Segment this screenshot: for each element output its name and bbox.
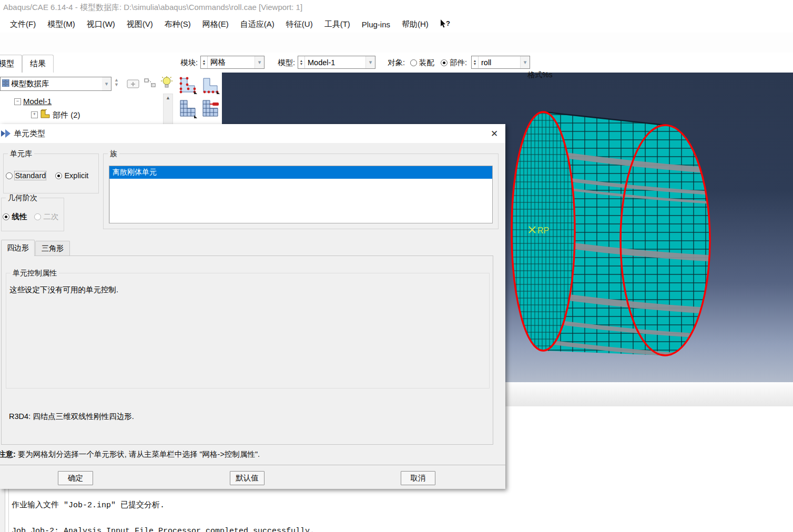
ok-button[interactable]: 确定 <box>58 471 93 485</box>
chevron-down-icon: ▾ <box>365 56 375 68</box>
module-label: 模块: <box>180 58 198 68</box>
assembly-radio[interactable]: 装配 <box>410 58 434 68</box>
part-dropdown[interactable]: ▲▼ roll ▾ <box>471 56 530 69</box>
tab-results[interactable]: 结果 <box>22 55 54 73</box>
object-label: 对象: <box>388 58 405 68</box>
spinner-icon[interactable]: ▲▼ <box>472 56 479 68</box>
tab-quad[interactable]: 四边形 <box>1 240 35 256</box>
part-label: 部件: <box>450 58 467 67</box>
mesh-part-tool[interactable] <box>178 98 198 119</box>
menu-viewport[interactable]: 视口(W) <box>81 17 121 32</box>
cancel-button[interactable]: 取消 <box>401 471 435 485</box>
model-label: 模型: <box>278 58 295 68</box>
database-grid-icon <box>1 79 11 89</box>
tree-node-model1[interactable]: Model-1 <box>23 97 52 106</box>
rp-label: RP <box>537 226 549 235</box>
lightbulb-icon[interactable] <box>161 76 172 91</box>
mesh-region-tool[interactable] <box>200 98 220 119</box>
context-help-icon[interactable]: ? <box>434 17 456 32</box>
quad-tab-panel: 单元控制属性 这些设定下没有可用的单元控制. R3D4: 四结点三维双线性刚性四… <box>1 255 493 445</box>
menu-model[interactable]: 模型(M) <box>42 17 81 32</box>
element-controls-label: 单元控制属性 <box>11 269 59 278</box>
menu-help[interactable]: 帮助(H) <box>396 17 434 32</box>
abaqus-window: Abaqus/CAE 6.14-4 - 模型数据库: D:\simulia\ab… <box>0 0 793 532</box>
element-description: R3D4: 四结点三维双线性刚性四边形. <box>9 412 134 422</box>
menu-tools[interactable]: 工具(T) <box>319 17 356 32</box>
window-title: Abaqus/CAE 6.14-4 - 模型数据库: D:\simulia\ab… <box>3 3 302 13</box>
svg-text:?: ? <box>446 19 450 27</box>
tab-tri[interactable]: 三角形 <box>35 241 70 256</box>
dialog-title: 单元类型 <box>14 129 45 139</box>
radio-icon <box>6 172 13 179</box>
spinner-icon[interactable]: ▲▼ <box>201 56 208 68</box>
standard-radio[interactable]: Standard <box>6 171 46 180</box>
tree-database-value: 模型数据库 <box>11 79 102 89</box>
menu-plugins[interactable]: Plug-ins <box>356 18 396 31</box>
tree-spinner-icon[interactable]: ▲▼ <box>114 78 119 87</box>
message-log: 作业输入文件 "Job-2.inp" 已提交分析. Job Job-2: Ana… <box>12 484 314 532</box>
scroll-up-icon[interactable]: ▲ <box>164 94 172 100</box>
menu-bar: 文件(F) 模型(M) 视口(W) 视图(V) 布种(S) 网格(E) 自适应(… <box>0 16 793 33</box>
element-controls-message: 这些设定下没有可用的单元控制. <box>9 285 118 295</box>
radio-icon <box>34 213 41 220</box>
chevron-down-icon: ▾ <box>102 77 111 90</box>
dialog-note: 注意: 要为网格划分选择一个单元形状, 请从主菜单栏中选择 "网格->控制属性"… <box>0 449 260 459</box>
quadratic-radio[interactable]: 二次 <box>34 212 58 222</box>
module-value: 网格 <box>208 56 255 68</box>
collapse-node-icon[interactable]: − <box>14 98 21 105</box>
linear-label: 线性 <box>12 212 27 221</box>
geometric-order-group: 几何阶次 线性 二次 <box>1 198 64 231</box>
close-icon[interactable]: ✕ <box>488 128 501 140</box>
title-bar: Abaqus/CAE 6.14-4 - 模型数据库: D:\simulia\ab… <box>0 0 793 16</box>
geometric-order-label: 几何阶次 <box>6 193 39 203</box>
dialog-title-bar[interactable]: 单元类型 ✕ <box>0 124 505 143</box>
standard-label: Standard <box>15 171 46 180</box>
part-radio[interactable]: 部件: <box>441 58 467 68</box>
quadratic-label: 二次 <box>43 212 58 221</box>
note-text: 要为网格划分选择一个单元形状, 请从主菜单栏中选择 "网格->控制属性". <box>16 450 260 458</box>
tree-scrollbar[interactable]: ▲ <box>163 94 173 125</box>
tab-model-tree[interactable]: 模型 <box>0 55 22 73</box>
menu-adaptivity[interactable]: 自适应(A) <box>235 17 280 32</box>
menu-mesh[interactable]: 网格(E) <box>197 17 235 32</box>
family-label: 族 <box>108 149 119 159</box>
seed-part-tool[interactable] <box>178 75 198 96</box>
tree-node-parts[interactable]: 部件 (2) <box>53 110 80 120</box>
menu-feature[interactable]: 特征(U) <box>280 17 319 32</box>
model-dropdown[interactable]: ▲▼ Model-1 ▾ <box>298 56 375 69</box>
module-dropdown[interactable]: ▲▼ 网格 ▾ <box>200 56 265 69</box>
note-label: 注意: <box>0 450 16 458</box>
radio-icon <box>3 213 9 220</box>
tab-results-label: 结果 <box>30 59 46 69</box>
annotation-format-label[interactable]: 格式%s <box>527 70 552 80</box>
element-type-dialog: 单元类型 ✕ 单元库 Standard Explicit 族 离散刚体单元 几何… <box>0 124 505 489</box>
part-value: roll <box>479 56 520 68</box>
linear-radio[interactable]: 线性 <box>3 212 27 222</box>
defaults-button[interactable]: 默认值 <box>230 471 265 485</box>
link-objects-icon[interactable] <box>144 78 157 90</box>
spinner-icon[interactable]: ▲▼ <box>298 56 305 68</box>
promote-folder-icon[interactable] <box>127 78 139 90</box>
model-value: Model-1 <box>305 56 365 68</box>
family-item-selected[interactable]: 离散刚体单元 <box>109 166 492 179</box>
log-line: Job Job-2: Analysis Input File Processor… <box>12 527 314 532</box>
tree-database-dropdown[interactable]: 模型数据库 ▾ <box>0 77 111 91</box>
menu-seed[interactable]: 布种(S) <box>159 17 197 32</box>
family-list[interactable]: 离散刚体单元 <box>109 166 493 223</box>
dialog-icon <box>1 129 11 140</box>
seed-edges-tool[interactable] <box>200 75 220 96</box>
log-line: 作业输入文件 "Job-2.inp" 已提交分析. <box>12 502 314 510</box>
main-toolbar: 全部 ▾ 格式%s i <box>0 33 793 53</box>
tab-quad-label: 四边形 <box>7 243 29 253</box>
family-group: 族 离散刚体单元 <box>103 154 499 229</box>
menu-file[interactable]: 文件(F) <box>4 17 42 32</box>
explicit-radio[interactable]: Explicit <box>55 171 88 180</box>
radio-icon <box>441 59 448 66</box>
radio-icon <box>410 59 417 66</box>
element-controls-group: 单元控制属性 这些设定下没有可用的单元控制. <box>6 273 490 388</box>
expand-node-icon[interactable]: + <box>31 111 38 118</box>
menu-view[interactable]: 视图(V) <box>121 17 159 32</box>
dialog-separator <box>0 465 505 465</box>
chevron-down-icon: ▾ <box>520 56 530 68</box>
explicit-label: Explicit <box>64 171 88 180</box>
